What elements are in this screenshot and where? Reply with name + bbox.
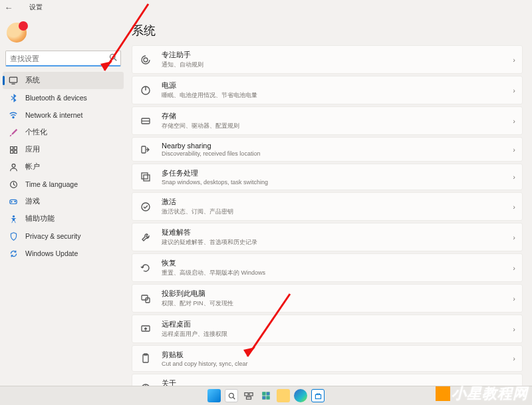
chevron-right-icon: › bbox=[513, 354, 515, 362]
settings-item-subtitle: Snap windows, desktops, task switching bbox=[162, 179, 509, 186]
svg-rect-46 bbox=[315, 394, 321, 398]
sidebar-item--[interactable]: 帐户 bbox=[3, 158, 124, 176]
task-view-icon[interactable] bbox=[242, 389, 255, 402]
svg-rect-45 bbox=[267, 396, 269, 399]
recovery-icon bbox=[139, 261, 152, 275]
settings-item-subtitle: Discoverability, received files location bbox=[162, 150, 509, 157]
svg-marker-47 bbox=[436, 387, 450, 400]
settings-item-troubleshoot[interactable]: 疑难解答建议的疑难解答、首选项和历史记录› bbox=[132, 223, 523, 251]
svg-rect-22 bbox=[142, 173, 148, 179]
sidebar-item-label: 辅助功能 bbox=[25, 214, 55, 223]
settings-item-title: 电源 bbox=[162, 80, 509, 90]
svg-line-38 bbox=[233, 397, 235, 399]
back-button[interactable]: ← bbox=[3, 1, 15, 13]
file-explorer-icon[interactable] bbox=[277, 389, 290, 402]
clock-globe-icon bbox=[8, 179, 19, 190]
settings-item-clipboard[interactable]: 剪贴板Cut and copy history, sync, clear› bbox=[132, 345, 523, 372]
settings-item-focus[interactable]: 专注助手通知、自动规则› bbox=[132, 45, 523, 74]
sidebar-item-label: 系统 bbox=[25, 76, 40, 85]
settings-item-multitask[interactable]: 多任务处理Snap windows, desktops, task switch… bbox=[132, 164, 523, 190]
svg-rect-43 bbox=[267, 392, 269, 395]
chevron-right-icon: › bbox=[513, 233, 515, 241]
svg-rect-6 bbox=[14, 146, 17, 149]
settings-item-title: Nearby sharing bbox=[162, 142, 509, 150]
sidebar-item--[interactable]: 应用 bbox=[3, 141, 124, 158]
settings-item-title: 疑难解答 bbox=[162, 227, 509, 237]
sidebar-item--[interactable]: 游戏 bbox=[3, 193, 124, 210]
svg-rect-8 bbox=[14, 150, 17, 153]
user-avatar[interactable] bbox=[7, 23, 27, 43]
sidebar-item-label: Network & internet bbox=[25, 111, 82, 119]
display-icon bbox=[8, 75, 19, 86]
sidebar-item-label: Bluetooth & devices bbox=[25, 94, 87, 102]
watermark: 小星教程网 bbox=[436, 384, 528, 404]
settings-item-activation[interactable]: 激活激活状态、订阅、产品密钥› bbox=[132, 192, 523, 221]
settings-item-subtitle: 重置、高级启动、早期版本的 Windows bbox=[162, 269, 509, 277]
settings-item-recovery[interactable]: 恢复重置、高级启动、早期版本的 Windows› bbox=[132, 253, 523, 282]
svg-rect-2 bbox=[9, 77, 17, 82]
sidebar-item-windows-update[interactable]: Windows Update bbox=[3, 245, 124, 262]
svg-rect-41 bbox=[247, 397, 251, 400]
wifi-icon bbox=[8, 110, 19, 120]
svg-point-9 bbox=[12, 164, 15, 167]
sidebar-item-label: Privacy & security bbox=[25, 232, 80, 240]
sidebar-item-label: Windows Update bbox=[25, 249, 78, 257]
chevron-right-icon: › bbox=[513, 325, 515, 333]
sidebar-item-privacy-security[interactable]: Privacy & security bbox=[3, 227, 124, 245]
sidebar-item-label: 帐户 bbox=[25, 162, 40, 172]
sidebar-item--[interactable]: 系统 bbox=[3, 72, 124, 89]
sidebar-item-label: 应用 bbox=[25, 145, 40, 154]
settings-item-subtitle: 通知、自动规则 bbox=[162, 61, 509, 69]
star-icon bbox=[436, 386, 450, 401]
settings-item-project[interactable]: 投影到此电脑权限、配对 PIN、可发现性› bbox=[132, 284, 523, 313]
settings-item-subtitle: 远程桌面用户、连接权限 bbox=[162, 330, 509, 338]
svg-point-4 bbox=[13, 116, 14, 118]
settings-item-title: 专注助手 bbox=[162, 50, 509, 60]
chevron-right-icon: › bbox=[513, 264, 515, 272]
multitask-icon bbox=[139, 170, 152, 184]
chevron-right-icon: › bbox=[513, 203, 515, 211]
sidebar-item-label: 个性化 bbox=[25, 128, 47, 137]
sidebar-item-label: Time & language bbox=[25, 180, 78, 188]
settings-item-storage[interactable]: 存储存储空间、驱动器、配置规则› bbox=[132, 106, 523, 135]
start-button[interactable] bbox=[207, 389, 221, 402]
accessibility-icon bbox=[8, 213, 19, 224]
apps-icon bbox=[8, 144, 19, 155]
sidebar-item--[interactable]: 个性化 bbox=[3, 124, 124, 141]
settings-item-remote-desktop[interactable]: 远程桌面远程桌面用户、连接权限› bbox=[132, 315, 523, 343]
svg-rect-28 bbox=[143, 354, 148, 362]
settings-item-subtitle: 存储空间、驱动器、配置规则 bbox=[162, 122, 509, 130]
settings-item-nearby-share[interactable]: Nearby sharingDiscoverability, received … bbox=[132, 137, 523, 162]
main-content: 系统 专注助手通知、自动规则›电源睡眠、电池使用情况、节省电池电量›存储存储空间… bbox=[126, 15, 532, 386]
svg-point-16 bbox=[144, 58, 148, 62]
settings-item-subtitle: 权限、配对 PIN、可发现性 bbox=[162, 299, 509, 308]
chevron-right-icon: › bbox=[513, 295, 515, 303]
widgets-icon[interactable] bbox=[259, 389, 273, 402]
svg-rect-39 bbox=[245, 393, 248, 396]
svg-rect-40 bbox=[249, 393, 253, 396]
chevron-right-icon: › bbox=[513, 56, 515, 64]
sidebar-item-network-internet[interactable]: Network & internet bbox=[3, 106, 124, 124]
chevron-right-icon: › bbox=[513, 86, 515, 94]
settings-item-subtitle: Cut and copy history, sync, clear bbox=[162, 360, 509, 367]
settings-item-title: 远程桌面 bbox=[162, 319, 509, 329]
project-icon bbox=[139, 292, 152, 305]
search-input[interactable] bbox=[5, 51, 121, 67]
settings-item-title: 激活 bbox=[162, 197, 509, 207]
settings-item-title: 剪贴板 bbox=[162, 350, 509, 360]
settings-item-title: 投影到此电脑 bbox=[162, 289, 509, 299]
settings-item-power[interactable]: 电源睡眠、电池使用情况、节省电池电量› bbox=[132, 76, 523, 104]
svg-point-37 bbox=[229, 393, 233, 398]
sidebar-item--[interactable]: 辅助功能 bbox=[3, 210, 124, 227]
svg-rect-7 bbox=[10, 150, 13, 153]
settings-item-subtitle: 激活状态、订阅、产品密钥 bbox=[162, 207, 509, 216]
svg-rect-44 bbox=[263, 396, 265, 399]
edge-icon[interactable] bbox=[294, 389, 307, 402]
taskbar-search-icon[interactable] bbox=[225, 389, 238, 402]
settings-item-subtitle: 睡眠、电池使用情况、节省电池电量 bbox=[162, 91, 509, 100]
sidebar-item-time-language[interactable]: Time & language bbox=[3, 176, 124, 193]
app-title: 设置 bbox=[29, 3, 43, 12]
store-icon[interactable] bbox=[311, 389, 325, 402]
storage-icon bbox=[139, 114, 152, 128]
sidebar-item-bluetooth-devices[interactable]: Bluetooth & devices bbox=[3, 89, 124, 106]
